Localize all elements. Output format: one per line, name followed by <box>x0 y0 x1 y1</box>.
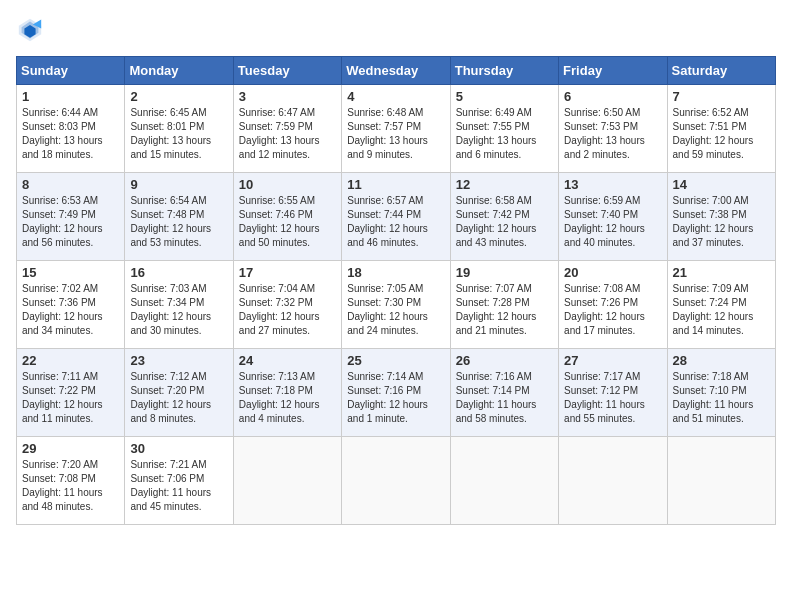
day-number: 10 <box>239 177 336 192</box>
calendar-cell: 23Sunrise: 7:12 AMSunset: 7:20 PMDayligh… <box>125 349 233 437</box>
calendar-cell: 14Sunrise: 7:00 AMSunset: 7:38 PMDayligh… <box>667 173 775 261</box>
day-number: 30 <box>130 441 227 456</box>
calendar-cell: 16Sunrise: 7:03 AMSunset: 7:34 PMDayligh… <box>125 261 233 349</box>
calendar-table: SundayMondayTuesdayWednesdayThursdayFrid… <box>16 56 776 525</box>
day-number: 14 <box>673 177 770 192</box>
calendar-cell: 30Sunrise: 7:21 AMSunset: 7:06 PMDayligh… <box>125 437 233 525</box>
day-number: 13 <box>564 177 661 192</box>
cell-info: Sunrise: 6:48 AMSunset: 7:57 PMDaylight:… <box>347 106 444 162</box>
calendar-cell: 9Sunrise: 6:54 AMSunset: 7:48 PMDaylight… <box>125 173 233 261</box>
calendar-cell: 26Sunrise: 7:16 AMSunset: 7:14 PMDayligh… <box>450 349 558 437</box>
calendar-cell: 6Sunrise: 6:50 AMSunset: 7:53 PMDaylight… <box>559 85 667 173</box>
day-number: 21 <box>673 265 770 280</box>
day-number: 26 <box>456 353 553 368</box>
calendar-week-row: 1Sunrise: 6:44 AMSunset: 8:03 PMDaylight… <box>17 85 776 173</box>
day-number: 6 <box>564 89 661 104</box>
day-number: 18 <box>347 265 444 280</box>
calendar-cell: 29Sunrise: 7:20 AMSunset: 7:08 PMDayligh… <box>17 437 125 525</box>
cell-info: Sunrise: 7:20 AMSunset: 7:08 PMDaylight:… <box>22 458 119 514</box>
cell-info: Sunrise: 7:02 AMSunset: 7:36 PMDaylight:… <box>22 282 119 338</box>
day-number: 24 <box>239 353 336 368</box>
calendar-cell: 15Sunrise: 7:02 AMSunset: 7:36 PMDayligh… <box>17 261 125 349</box>
weekday-header: Monday <box>125 57 233 85</box>
day-number: 12 <box>456 177 553 192</box>
cell-info: Sunrise: 6:55 AMSunset: 7:46 PMDaylight:… <box>239 194 336 250</box>
day-number: 17 <box>239 265 336 280</box>
cell-info: Sunrise: 7:18 AMSunset: 7:10 PMDaylight:… <box>673 370 770 426</box>
day-number: 23 <box>130 353 227 368</box>
weekday-header: Wednesday <box>342 57 450 85</box>
day-number: 7 <box>673 89 770 104</box>
calendar-cell: 13Sunrise: 6:59 AMSunset: 7:40 PMDayligh… <box>559 173 667 261</box>
cell-info: Sunrise: 7:00 AMSunset: 7:38 PMDaylight:… <box>673 194 770 250</box>
calendar-week-row: 15Sunrise: 7:02 AMSunset: 7:36 PMDayligh… <box>17 261 776 349</box>
day-number: 25 <box>347 353 444 368</box>
weekday-header-row: SundayMondayTuesdayWednesdayThursdayFrid… <box>17 57 776 85</box>
calendar-cell: 4Sunrise: 6:48 AMSunset: 7:57 PMDaylight… <box>342 85 450 173</box>
page-header <box>16 16 776 44</box>
logo-icon <box>16 16 44 44</box>
calendar-cell: 27Sunrise: 7:17 AMSunset: 7:12 PMDayligh… <box>559 349 667 437</box>
weekday-header: Friday <box>559 57 667 85</box>
day-number: 15 <box>22 265 119 280</box>
calendar-cell: 17Sunrise: 7:04 AMSunset: 7:32 PMDayligh… <box>233 261 341 349</box>
cell-info: Sunrise: 6:58 AMSunset: 7:42 PMDaylight:… <box>456 194 553 250</box>
weekday-header: Thursday <box>450 57 558 85</box>
calendar-cell: 18Sunrise: 7:05 AMSunset: 7:30 PMDayligh… <box>342 261 450 349</box>
cell-info: Sunrise: 7:21 AMSunset: 7:06 PMDaylight:… <box>130 458 227 514</box>
cell-info: Sunrise: 6:59 AMSunset: 7:40 PMDaylight:… <box>564 194 661 250</box>
calendar-cell: 12Sunrise: 6:58 AMSunset: 7:42 PMDayligh… <box>450 173 558 261</box>
cell-info: Sunrise: 6:57 AMSunset: 7:44 PMDaylight:… <box>347 194 444 250</box>
calendar-cell <box>342 437 450 525</box>
day-number: 2 <box>130 89 227 104</box>
calendar-cell <box>450 437 558 525</box>
calendar-week-row: 29Sunrise: 7:20 AMSunset: 7:08 PMDayligh… <box>17 437 776 525</box>
weekday-header: Tuesday <box>233 57 341 85</box>
day-number: 4 <box>347 89 444 104</box>
weekday-header: Sunday <box>17 57 125 85</box>
day-number: 22 <box>22 353 119 368</box>
day-number: 19 <box>456 265 553 280</box>
day-number: 5 <box>456 89 553 104</box>
day-number: 16 <box>130 265 227 280</box>
cell-info: Sunrise: 7:13 AMSunset: 7:18 PMDaylight:… <box>239 370 336 426</box>
calendar-cell: 1Sunrise: 6:44 AMSunset: 8:03 PMDaylight… <box>17 85 125 173</box>
day-number: 11 <box>347 177 444 192</box>
calendar-cell: 24Sunrise: 7:13 AMSunset: 7:18 PMDayligh… <box>233 349 341 437</box>
calendar-cell: 2Sunrise: 6:45 AMSunset: 8:01 PMDaylight… <box>125 85 233 173</box>
weekday-header: Saturday <box>667 57 775 85</box>
cell-info: Sunrise: 7:17 AMSunset: 7:12 PMDaylight:… <box>564 370 661 426</box>
cell-info: Sunrise: 7:03 AMSunset: 7:34 PMDaylight:… <box>130 282 227 338</box>
calendar-cell: 25Sunrise: 7:14 AMSunset: 7:16 PMDayligh… <box>342 349 450 437</box>
cell-info: Sunrise: 7:09 AMSunset: 7:24 PMDaylight:… <box>673 282 770 338</box>
day-number: 29 <box>22 441 119 456</box>
cell-info: Sunrise: 6:50 AMSunset: 7:53 PMDaylight:… <box>564 106 661 162</box>
cell-info: Sunrise: 7:12 AMSunset: 7:20 PMDaylight:… <box>130 370 227 426</box>
calendar-cell: 19Sunrise: 7:07 AMSunset: 7:28 PMDayligh… <box>450 261 558 349</box>
calendar-cell <box>667 437 775 525</box>
cell-info: Sunrise: 7:14 AMSunset: 7:16 PMDaylight:… <box>347 370 444 426</box>
calendar-cell: 8Sunrise: 6:53 AMSunset: 7:49 PMDaylight… <box>17 173 125 261</box>
day-number: 20 <box>564 265 661 280</box>
cell-info: Sunrise: 6:49 AMSunset: 7:55 PMDaylight:… <box>456 106 553 162</box>
day-number: 27 <box>564 353 661 368</box>
cell-info: Sunrise: 6:52 AMSunset: 7:51 PMDaylight:… <box>673 106 770 162</box>
cell-info: Sunrise: 7:05 AMSunset: 7:30 PMDaylight:… <box>347 282 444 338</box>
calendar-cell: 3Sunrise: 6:47 AMSunset: 7:59 PMDaylight… <box>233 85 341 173</box>
calendar-week-row: 22Sunrise: 7:11 AMSunset: 7:22 PMDayligh… <box>17 349 776 437</box>
cell-info: Sunrise: 7:04 AMSunset: 7:32 PMDaylight:… <box>239 282 336 338</box>
cell-info: Sunrise: 6:44 AMSunset: 8:03 PMDaylight:… <box>22 106 119 162</box>
calendar-week-row: 8Sunrise: 6:53 AMSunset: 7:49 PMDaylight… <box>17 173 776 261</box>
cell-info: Sunrise: 6:54 AMSunset: 7:48 PMDaylight:… <box>130 194 227 250</box>
calendar-cell <box>233 437 341 525</box>
calendar-cell: 10Sunrise: 6:55 AMSunset: 7:46 PMDayligh… <box>233 173 341 261</box>
day-number: 8 <box>22 177 119 192</box>
calendar-cell <box>559 437 667 525</box>
cell-info: Sunrise: 7:07 AMSunset: 7:28 PMDaylight:… <box>456 282 553 338</box>
cell-info: Sunrise: 7:16 AMSunset: 7:14 PMDaylight:… <box>456 370 553 426</box>
calendar-cell: 28Sunrise: 7:18 AMSunset: 7:10 PMDayligh… <box>667 349 775 437</box>
day-number: 1 <box>22 89 119 104</box>
cell-info: Sunrise: 7:11 AMSunset: 7:22 PMDaylight:… <box>22 370 119 426</box>
day-number: 28 <box>673 353 770 368</box>
calendar-cell: 7Sunrise: 6:52 AMSunset: 7:51 PMDaylight… <box>667 85 775 173</box>
